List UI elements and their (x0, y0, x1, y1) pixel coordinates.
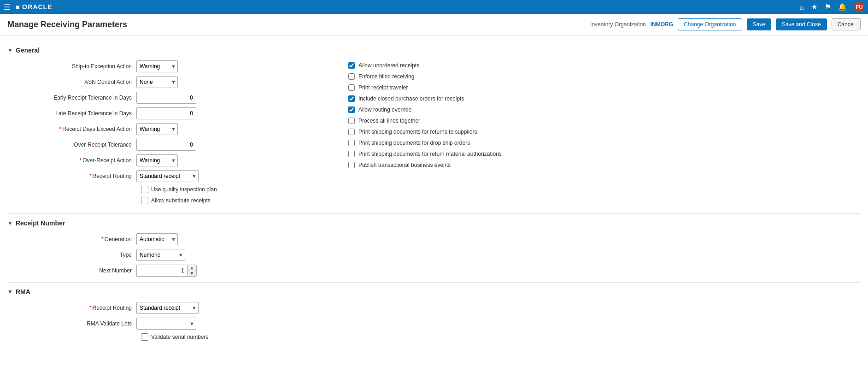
early-receipt-input[interactable]: 0 (136, 92, 196, 104)
content-area: ▼ General Ship-to Exception Action Warni… (0, 35, 868, 352)
validate-serial-checkbox[interactable] (141, 333, 148, 341)
allow_unordered-checkbox[interactable] (348, 62, 355, 69)
ship-to-exception-label: Ship-to Exception Action (7, 63, 136, 70)
print_returns-checkbox[interactable] (348, 129, 355, 135)
receipt-routing-label: *Receipt Routing (7, 173, 136, 179)
receipt-days-exceed-select[interactable]: Warning Reject None (136, 123, 178, 135)
org-value: INMORG (651, 21, 673, 28)
rma-section-header: ▼ RMA (7, 288, 861, 295)
avatar[interactable]: FU (854, 2, 864, 12)
late-receipt-label: Late Receipt Tolerance in Days (7, 110, 136, 117)
receipt-days-exceed-row: *Receipt Days Exceed Action Warning Reje… (7, 123, 330, 135)
rma-receipt-routing-label: *Receipt Routing (7, 305, 136, 311)
rma-validate-lots-label: RMA Validate Lots (7, 320, 136, 327)
rma-collapse-icon[interactable]: ▼ (7, 289, 13, 295)
late-receipt-row: Late Receipt Tolerance in Days 0 (7, 107, 330, 119)
allow_routing-checkbox[interactable] (348, 106, 355, 113)
type-row: Type Numeric Alphanumeric ▼ (7, 249, 330, 261)
type-label: Type (7, 252, 136, 258)
validate-serial-row: Validate serial numbers (141, 333, 330, 341)
generation-select[interactable]: Automatic Manual (136, 233, 178, 245)
print_traveler-checkbox[interactable] (348, 84, 355, 91)
over-receipt-action-row: *Over-Receipt Action Warning Reject None… (7, 154, 330, 166)
general-section-header: ▼ General (7, 47, 861, 54)
print_drop_ship-checkbox[interactable] (348, 140, 355, 146)
receipt-routing-required: * (89, 173, 92, 179)
checkbox-row-print_return_material: Print shipping documents for return mate… (348, 151, 505, 157)
validate-serial-label: Validate serial numbers (151, 334, 209, 340)
save-close-button[interactable]: Save and Close (776, 18, 827, 30)
rma-receipt-routing-select[interactable]: Standard receipt Direct delivery Inspect… (136, 302, 199, 314)
over-receipt-tolerance-input[interactable] (136, 139, 196, 151)
allow_routing-label: Allow routing override (358, 106, 411, 113)
star-icon[interactable]: ★ (811, 3, 817, 11)
stepper-buttons: ▲ ▼ (187, 265, 197, 277)
include_closed-checkbox[interactable] (348, 95, 355, 102)
bell-icon[interactable]: 🔔 (838, 3, 847, 11)
rma-section-title: RMA (16, 288, 30, 295)
type-select[interactable]: Numeric Alphanumeric (136, 249, 185, 261)
right-checkboxes: Allow unordered receiptsEnforce blind re… (348, 62, 505, 168)
early-receipt-label: Early Receipt Tolerance in Days (7, 95, 136, 101)
over-receipt-tolerance-label: Over-Receipt Tolerance (7, 142, 136, 148)
over-receipt-action-select-wrapper: Warning Reject None ▼ (136, 154, 178, 166)
general-collapse-icon[interactable]: ▼ (7, 47, 13, 53)
receipt-routing-row: *Receipt Routing Standard receipt Direct… (7, 170, 330, 182)
next-number-input[interactable] (136, 265, 187, 277)
allow-substitute-checkbox[interactable] (141, 197, 148, 204)
hamburger-icon[interactable]: ☰ (4, 3, 10, 12)
rma-validate-lots-select[interactable]: Yes No (136, 318, 196, 330)
page-title: Manage Receiving Parameters (7, 20, 590, 30)
ship-to-exception-select[interactable]: Warning Reject None (136, 60, 178, 72)
allow_unordered-label: Allow unordered receipts (358, 62, 419, 69)
publish_transactional-label: Publish transactional business events (358, 162, 451, 168)
rma-receipt-routing-select-wrapper: Standard receipt Direct delivery Inspect… (136, 302, 199, 314)
next-number-label: Next Number (7, 267, 136, 274)
enforce_blind-checkbox[interactable] (348, 73, 355, 80)
over-receipt-tolerance-row: Over-Receipt Tolerance (7, 139, 330, 151)
oracle-logo: ■ ORACLE (16, 3, 52, 11)
change-org-button[interactable]: Change Organization (678, 18, 742, 30)
checkbox-row-enforce_blind: Enforce blind receiving (348, 73, 505, 80)
asn-control-row: ASN Control Action None Warning Reject ▼ (7, 76, 330, 88)
general-form: Ship-to Exception Action Warning Reject … (7, 60, 330, 208)
type-select-wrapper: Numeric Alphanumeric ▼ (136, 249, 185, 261)
flag-icon[interactable]: ⚑ (825, 3, 831, 11)
use-quality-checkbox[interactable] (141, 186, 148, 193)
asn-control-select[interactable]: None Warning Reject (136, 76, 178, 88)
general-section-title: General (16, 47, 40, 54)
receipt-routing-select[interactable]: Standard receipt Direct delivery Inspect… (136, 170, 199, 182)
asn-control-label: ASN Control Action (7, 79, 136, 85)
home-icon[interactable]: ⌂ (800, 3, 804, 11)
next-number-row: Next Number ▲ ▼ (7, 265, 330, 277)
over-receipt-action-label: *Over-Receipt Action (7, 157, 136, 164)
right-panel: Allow unordered receiptsEnforce blind re… (348, 60, 505, 208)
ship-to-exception-row: Ship-to Exception Action Warning Reject … (7, 60, 330, 72)
over-receipt-action-select[interactable]: Warning Reject None (136, 154, 178, 166)
checkbox-row-process_all_lines: Process all lines together (348, 118, 505, 124)
print_return_material-label: Print shipping documents for return mate… (358, 151, 502, 157)
over-receipt-action-required: * (80, 157, 82, 164)
cancel-button[interactable]: Cancel (832, 18, 861, 30)
allow-substitute-row: Allow substitute receipts (141, 197, 330, 204)
receipt-days-exceed-required: * (59, 126, 62, 132)
process_all_lines-checkbox[interactable] (348, 118, 355, 124)
publish_transactional-checkbox[interactable] (348, 162, 355, 168)
org-label: Inventory Organization (590, 21, 646, 28)
rma-form: *Receipt Routing Standard receipt Direct… (7, 302, 330, 341)
receipt-routing-select-wrapper: Standard receipt Direct delivery Inspect… (136, 170, 199, 182)
print_return_material-checkbox[interactable] (348, 151, 355, 157)
save-button[interactable]: Save (747, 18, 771, 30)
early-receipt-row: Early Receipt Tolerance in Days 0 (7, 92, 330, 104)
generation-label: *Generation (7, 236, 136, 242)
receipt-number-collapse-icon[interactable]: ▼ (7, 220, 13, 226)
stepper-down-button[interactable]: ▼ (188, 271, 196, 277)
use-quality-label: Use quality inspection plan (151, 186, 217, 193)
ship-to-exception-select-wrapper: Warning Reject None ▼ (136, 60, 178, 72)
rma-receipt-routing-row: *Receipt Routing Standard receipt Direct… (7, 302, 330, 314)
print_drop_ship-label: Print shipping documents for drop ship o… (358, 140, 470, 146)
late-receipt-input[interactable]: 0 (136, 107, 196, 119)
stepper-up-button[interactable]: ▲ (188, 265, 196, 271)
process_all_lines-label: Process all lines together (358, 118, 420, 124)
checkbox-row-print_drop_ship: Print shipping documents for drop ship o… (348, 140, 505, 146)
